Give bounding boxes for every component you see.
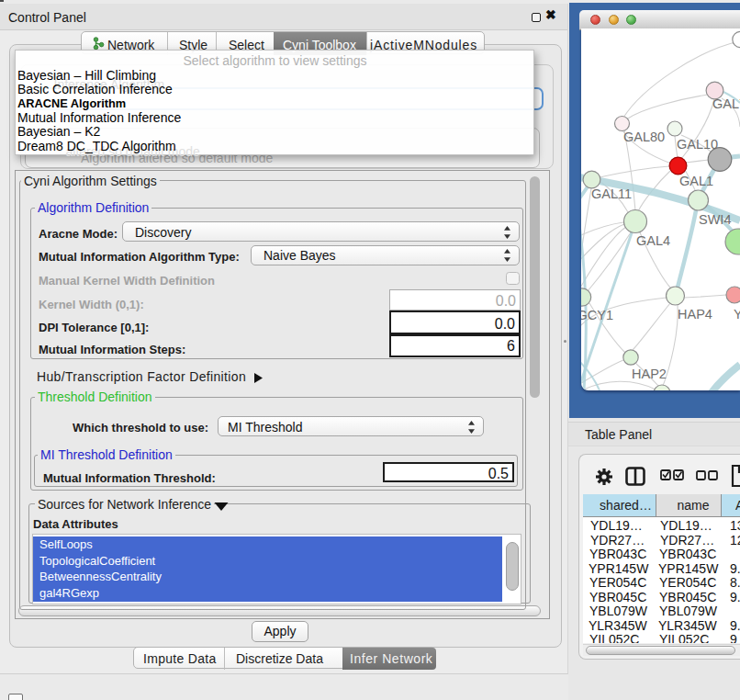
svg-text:GAL7: GAL7 <box>712 96 740 111</box>
svg-text:GCY1: GCY1 <box>581 308 613 322</box>
svg-text:GAL11: GAL11 <box>591 186 632 201</box>
svg-text:HAP4: HAP4 <box>678 307 712 322</box>
svg-text:SWI4: SWI4 <box>699 212 731 227</box>
svg-text:GAL4: GAL4 <box>636 233 670 248</box>
svg-text:GAL10: GAL10 <box>677 137 718 152</box>
svg-text:GAL1: GAL1 <box>679 174 713 188</box>
svg-text:GAL80: GAL80 <box>623 130 665 144</box>
svg-text:YJ: YJ <box>734 307 740 322</box>
svg-text:HAP2: HAP2 <box>632 367 667 381</box>
